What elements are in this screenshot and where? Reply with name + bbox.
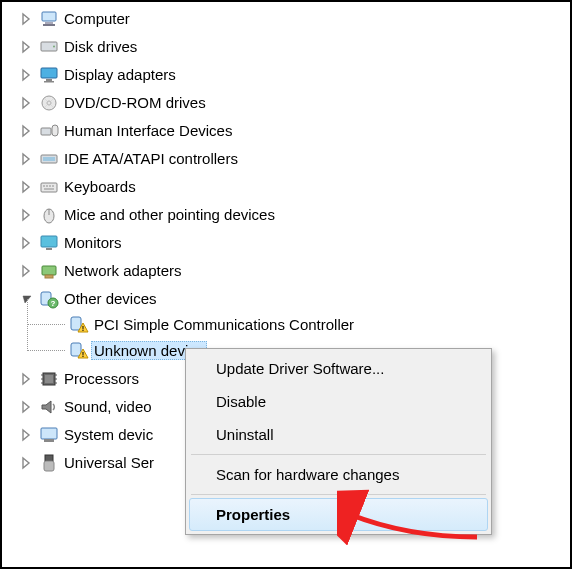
usb-icon bbox=[38, 453, 60, 473]
tree-item-label: DVD/CD-ROM drives bbox=[64, 94, 206, 111]
tree-item-label: Mice and other pointing devices bbox=[64, 206, 275, 223]
tree-item-disk-drives[interactable]: Disk drives bbox=[20, 34, 570, 59]
context-menu: Update Driver Software... Disable Uninst… bbox=[185, 348, 492, 535]
expand-icon[interactable] bbox=[20, 152, 34, 166]
warning-device-icon bbox=[68, 314, 90, 334]
ide-icon bbox=[38, 149, 60, 169]
tree-item-label: Human Interface Devices bbox=[64, 122, 232, 139]
display-icon bbox=[38, 65, 60, 85]
tree-item-monitors[interactable]: Monitors bbox=[20, 230, 570, 255]
tree-item-computer[interactable]: Computer bbox=[20, 6, 570, 31]
expand-icon[interactable] bbox=[20, 456, 34, 470]
expand-icon[interactable] bbox=[20, 236, 34, 250]
monitor-icon bbox=[38, 233, 60, 253]
tree-item-mice[interactable]: Mice and other pointing devices bbox=[20, 202, 570, 227]
tree-item-label: Monitors bbox=[64, 234, 122, 251]
expand-icon[interactable] bbox=[20, 96, 34, 110]
tree-item-label: Keyboards bbox=[64, 178, 136, 195]
network-icon bbox=[38, 261, 60, 281]
tree-item-hid[interactable]: Human Interface Devices bbox=[20, 118, 570, 143]
expand-icon[interactable] bbox=[20, 180, 34, 194]
tree-item-label: System devic bbox=[64, 426, 153, 443]
tree-item-label: Display adapters bbox=[64, 66, 176, 83]
menu-disable[interactable]: Disable bbox=[189, 385, 488, 418]
menu-separator bbox=[191, 454, 486, 455]
tree-item-display-adapters[interactable]: Display adapters bbox=[20, 62, 570, 87]
expand-icon[interactable] bbox=[20, 400, 34, 414]
tree-item-label: Universal Ser bbox=[64, 454, 154, 471]
cpu-icon bbox=[38, 369, 60, 389]
tree-item-label: Sound, video bbox=[64, 398, 152, 415]
tree-item-label: Network adapters bbox=[64, 262, 182, 279]
menu-scan-hardware[interactable]: Scan for hardware changes bbox=[189, 458, 488, 491]
tree-item-network[interactable]: Network adapters bbox=[20, 258, 570, 283]
other-devices-icon bbox=[38, 289, 60, 309]
computer-icon bbox=[38, 9, 60, 29]
tree-item-label: Computer bbox=[64, 10, 130, 27]
tree-item-pci[interactable]: PCI Simple Communications Controller bbox=[44, 311, 570, 337]
disk-icon bbox=[38, 37, 60, 57]
tree-item-ide[interactable]: IDE ATA/ATAPI controllers bbox=[20, 146, 570, 171]
system-icon bbox=[38, 425, 60, 445]
expand-icon[interactable] bbox=[20, 428, 34, 442]
warning-device-icon bbox=[68, 340, 90, 360]
expand-icon[interactable] bbox=[20, 264, 34, 278]
tree-item-keyboards[interactable]: Keyboards bbox=[20, 174, 570, 199]
expand-icon[interactable] bbox=[20, 124, 34, 138]
tree-item-other-devices[interactable]: Other devices bbox=[20, 286, 570, 311]
expand-icon[interactable] bbox=[20, 372, 34, 386]
expand-icon[interactable] bbox=[20, 208, 34, 222]
expand-icon[interactable] bbox=[20, 40, 34, 54]
tree-item-label: PCI Simple Communications Controller bbox=[94, 316, 354, 333]
tree-item-label: Processors bbox=[64, 370, 139, 387]
tree-item-label: IDE ATA/ATAPI controllers bbox=[64, 150, 238, 167]
tree-item-label: Other devices bbox=[64, 290, 157, 307]
sound-icon bbox=[38, 397, 60, 417]
dvd-icon bbox=[38, 93, 60, 113]
mouse-icon bbox=[38, 205, 60, 225]
keyboard-icon bbox=[38, 177, 60, 197]
menu-uninstall[interactable]: Uninstall bbox=[189, 418, 488, 451]
menu-update-driver[interactable]: Update Driver Software... bbox=[189, 352, 488, 385]
menu-separator bbox=[191, 494, 486, 495]
tree-item-label: Disk drives bbox=[64, 38, 137, 55]
expand-icon[interactable] bbox=[20, 12, 34, 26]
expand-icon[interactable] bbox=[20, 68, 34, 82]
tree-item-dvd-cdrom[interactable]: DVD/CD-ROM drives bbox=[20, 90, 570, 115]
hid-icon bbox=[38, 121, 60, 141]
menu-properties[interactable]: Properties bbox=[189, 498, 488, 531]
